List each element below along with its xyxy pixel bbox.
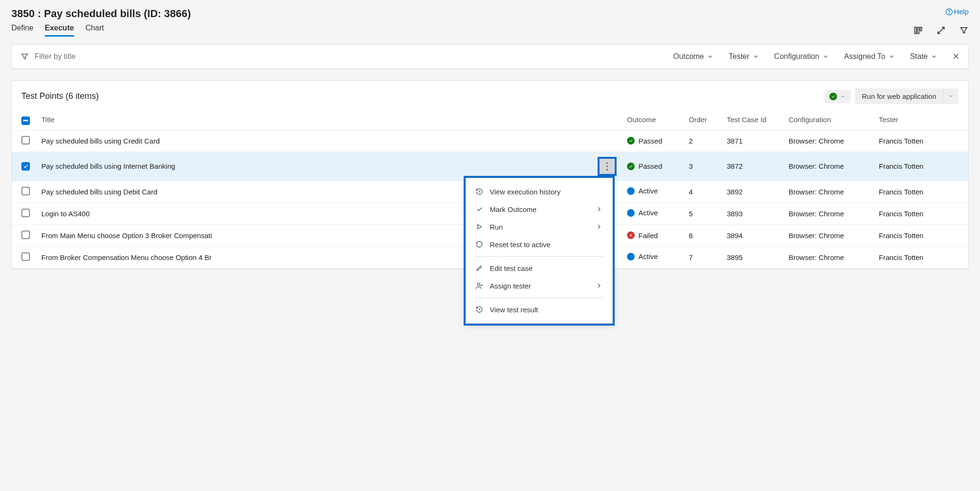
row-tester: Francis Totten: [873, 152, 968, 181]
chevron-down-icon: [707, 53, 714, 60]
fullscreen-icon[interactable]: [936, 26, 946, 35]
row-test-case-id: 3894: [721, 224, 783, 246]
row-checkbox[interactable]: [21, 162, 30, 171]
filter-input[interactable]: [35, 52, 673, 61]
help-link[interactable]: Help: [945, 8, 969, 16]
row-checkbox[interactable]: [21, 209, 30, 217]
filter-bar: Outcome Tester Configuration Assigned To…: [11, 44, 969, 69]
menu-label: Edit test case: [490, 264, 533, 272]
menu-reset-to-active[interactable]: Reset test to active: [466, 236, 612, 253]
clear-filters-button[interactable]: ✕: [952, 51, 960, 62]
filter-outcome-label: Outcome: [673, 52, 704, 61]
row-checkbox[interactable]: [21, 136, 30, 144]
row-checkbox[interactable]: [21, 187, 30, 195]
row-title: From Main Menu choose Option 3 Broker Co…: [41, 231, 212, 240]
table-row[interactable]: Pay scheduled bills using Internet Banki…: [12, 152, 968, 181]
mark-outcome-quick-button[interactable]: [825, 90, 850, 103]
row-tester: Francis Totten: [873, 224, 968, 246]
row-tester: Francis Totten: [873, 202, 968, 224]
row-outcome: Passed: [638, 137, 662, 145]
filter-assigned-to-label: Assigned To: [844, 52, 885, 61]
tabs: Define Execute Chart: [11, 24, 104, 37]
help-icon: [945, 8, 953, 16]
menu-run[interactable]: Run: [466, 218, 612, 236]
context-menu: View execution history Mark Outcome Run …: [466, 178, 613, 277]
filter-outcome[interactable]: Outcome: [673, 52, 714, 61]
filter-assigned-to[interactable]: Assigned To: [844, 52, 895, 61]
run-button-caret[interactable]: [943, 89, 959, 104]
tab-define[interactable]: Define: [11, 24, 33, 37]
active-icon: [627, 187, 635, 195]
row-test-case-id: 3871: [721, 130, 783, 152]
chevron-down-icon: [931, 53, 937, 60]
row-test-case-id: 3872: [721, 152, 783, 181]
filter-configuration-label: Configuration: [774, 52, 819, 61]
row-configuration: Browser: Chrome: [783, 181, 873, 202]
row-order: 6: [683, 224, 721, 246]
row-order: 2: [683, 130, 721, 152]
chevron-down-icon: [822, 53, 829, 60]
row-configuration: Browser: Chrome: [783, 152, 873, 181]
menu-label: Reset test to active: [490, 241, 551, 249]
chevron-down-icon: [752, 53, 759, 60]
check-circle-icon: [829, 93, 837, 100]
menu-edit-test-case[interactable]: Edit test case: [466, 260, 612, 277]
row-test-case-id: 3895: [721, 246, 783, 268]
check-icon: [476, 205, 483, 213]
col-outcome[interactable]: Outcome: [621, 110, 683, 130]
svg-rect-3: [917, 27, 919, 33]
row-title: Pay scheduled bills using Debit Card: [41, 188, 157, 196]
row-configuration: Browser: Chrome: [783, 130, 873, 152]
active-icon: [627, 253, 635, 260]
svg-point-5: [606, 165, 608, 167]
row-tester: Francis Totten: [873, 246, 968, 268]
col-order[interactable]: Order: [683, 110, 721, 130]
run-button[interactable]: Run for web application: [855, 88, 943, 104]
row-order: 5: [683, 202, 721, 224]
more-actions-button[interactable]: [599, 158, 616, 175]
select-all-checkbox[interactable]: [21, 116, 30, 125]
svg-point-6: [606, 169, 608, 170]
chevron-down-icon: [948, 93, 954, 99]
pencil-icon: [476, 264, 483, 272]
menu-mark-outcome[interactable]: Mark Outcome: [466, 201, 612, 218]
active-icon: [627, 209, 635, 217]
menu-separator: [475, 256, 604, 257]
row-outcome: Active: [638, 252, 658, 260]
table-row[interactable]: Pay scheduled bills using Credit CardPas…: [12, 130, 968, 152]
row-tester: Francis Totten: [873, 130, 968, 152]
menu-label: View execution history: [490, 188, 561, 196]
menu-view-execution-history[interactable]: View execution history: [466, 183, 612, 201]
help-label: Help: [954, 8, 969, 16]
tab-execute[interactable]: Execute: [45, 24, 74, 37]
filter-configuration[interactable]: Configuration: [774, 52, 829, 61]
col-test-case-id[interactable]: Test Case Id: [721, 110, 783, 130]
play-icon: [476, 223, 483, 231]
refresh-icon: [476, 241, 483, 248]
svg-rect-2: [915, 27, 916, 33]
chevron-right-icon: [595, 205, 603, 213]
filter-tester[interactable]: Tester: [729, 52, 759, 61]
row-checkbox[interactable]: [21, 252, 30, 261]
tab-chart[interactable]: Chart: [86, 24, 104, 37]
row-checkbox[interactable]: [21, 231, 30, 239]
col-tester[interactable]: Tester: [873, 110, 968, 130]
row-title: Pay scheduled bills using Credit Card: [41, 137, 160, 145]
col-title[interactable]: Title: [36, 110, 621, 130]
row-outcome: Active: [638, 187, 658, 195]
row-order: 7: [683, 246, 721, 268]
history-icon: [476, 188, 483, 195]
row-order: 4: [683, 181, 721, 202]
filter-funnel-icon: [20, 52, 29, 61]
filter-state[interactable]: State: [910, 52, 937, 61]
row-title: Login to AS400: [41, 210, 90, 218]
row-outcome: Passed: [638, 162, 662, 170]
row-outcome: Failed: [638, 231, 658, 240]
filter-icon[interactable]: [959, 26, 969, 35]
col-configuration[interactable]: Configuration: [783, 110, 873, 130]
row-outcome: Active: [638, 209, 658, 217]
menu-label: Run: [490, 223, 503, 231]
chevron-right-icon: [595, 223, 603, 231]
row-title: Pay scheduled bills using Internet Banki…: [41, 162, 175, 170]
column-options-icon[interactable]: [913, 26, 923, 35]
